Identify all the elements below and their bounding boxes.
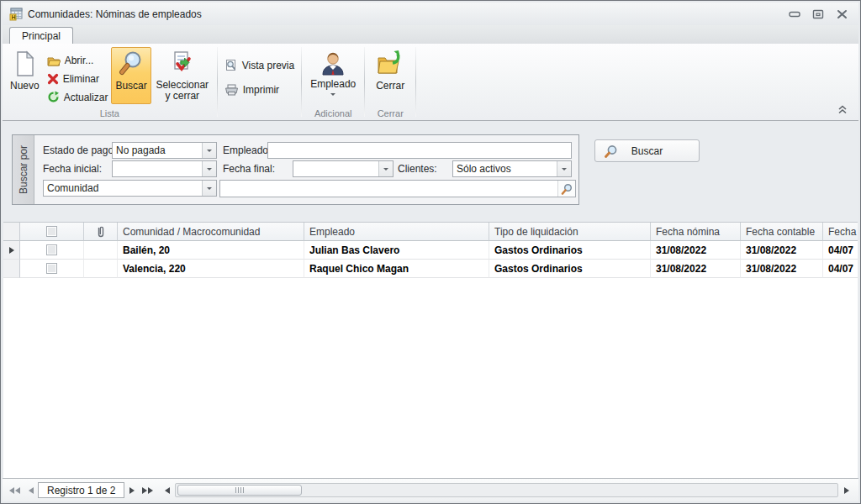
close-folder-icon [376,50,404,78]
comunidad-search-button[interactable] [557,181,575,197]
data-grid: Comunidad / Macrocomunidad Empleado Tipo… [3,222,858,478]
select-all-checkbox[interactable] [46,226,57,237]
cell-comunidad[interactable]: Bailén, 20 [118,241,304,260]
column-header-tipo[interactable]: Tipo de liquidación [489,223,651,241]
close-button[interactable] [830,7,853,22]
refresh-icon [47,91,60,103]
horizontal-scrollbar-thumb[interactable] [177,485,302,496]
cell-tipo[interactable]: Gastos Ordinarios [489,260,651,278]
cell-fecha-contable[interactable]: 31/08/2022 [741,260,823,278]
clientes-dropdown-icon[interactable] [557,161,571,176]
first-record-button[interactable] [6,483,20,498]
column-header-empleado[interactable]: Empleado [304,223,489,241]
last-record-button[interactable] [142,483,156,498]
cell-fecha-nomina[interactable]: 31/08/2022 [651,260,741,278]
buscar-button[interactable]: Buscar [594,139,700,162]
column-header-fecha-extra[interactable]: Fecha [823,223,858,241]
abrir-button[interactable]: Abrir... [44,52,112,68]
ribbon-tab-strip: Principal [3,25,858,44]
empleado-button[interactable]: Empleado [305,47,361,104]
table-row[interactable]: Valencia, 220 Raquel Chico Magan Gastos … [3,260,858,278]
fecha-final-combo[interactable] [293,160,394,177]
scroll-right-button[interactable] [841,483,855,498]
imprimir-button[interactable]: Imprimir [221,81,298,97]
clientes-combo[interactable]: Sólo activos [452,160,572,177]
previous-record-button[interactable] [22,483,36,498]
ribbon-group-adicional: Empleado Adicional [302,44,364,120]
record-counter: Registro 1 de 2 [38,482,124,498]
row-select-cell[interactable] [20,241,84,260]
record-navigator: Registro 1 de 2 [3,478,858,501]
buscar-ribbon-label: Buscar [115,81,146,92]
row-indicator [3,260,20,278]
cell-tipo[interactable]: Gastos Ordinarios [489,241,651,260]
next-record-button[interactable] [126,483,140,498]
collapse-ribbon-button[interactable] [837,105,848,117]
restore-button[interactable] [806,7,830,22]
cell-empleado[interactable]: Julian Bas Clavero [304,241,489,260]
fecha-final-dropdown-icon[interactable] [378,161,393,176]
column-header-fecha-nomina[interactable]: Fecha nómina [651,223,741,241]
nuevo-button[interactable]: Nuevo [6,47,44,104]
cell-fecha-nomina[interactable]: 31/08/2022 [651,241,741,260]
cell-fecha-extra[interactable]: 04/07 [823,260,858,278]
row-checkbox[interactable] [46,263,57,274]
vista-previa-label: Vista previa [242,60,294,71]
comunidad-dropdown-icon[interactable] [202,181,216,196]
comunidad-combo[interactable]: Comunidad [43,180,217,197]
title-bar: H Comunidades: Nóminas de empleados [3,3,858,25]
estado-pago-label: Estado de pago: [43,142,116,159]
fecha-inicial-combo[interactable] [112,160,217,177]
abrir-label: Abrir... [65,55,94,66]
row-checkbox[interactable] [46,244,57,255]
paperclip-icon [96,225,105,239]
buscar-ribbon-button[interactable]: Buscar [111,47,151,104]
filter-panel-label: Buscar por [18,145,29,194]
seleccionar-cerrar-button[interactable]: Seleccionar y cerrar [151,47,214,104]
column-header-comunidad[interactable]: Comunidad / Macrocomunidad [118,223,304,241]
filter-panel: Buscar por Estado de pago: No pagada Emp… [12,134,579,205]
clientes-label: Clientes: [398,160,437,177]
scroll-left-button[interactable] [158,483,172,498]
filter-panel-side-tab[interactable]: Buscar por [13,135,34,204]
cerrar-button[interactable]: Cerrar [368,47,412,104]
eliminar-label: Eliminar [63,73,99,85]
estado-pago-combo[interactable]: No pagada [112,142,217,159]
delete-icon [47,73,59,85]
cell-empleado[interactable]: Raquel Chico Magan [304,260,489,278]
fecha-inicial-dropdown-icon[interactable] [202,161,216,176]
open-folder-icon [47,55,61,66]
actualizar-button[interactable]: Actualizar [44,89,112,105]
seleccionar-cerrar-label: Seleccionar y cerrar [156,80,209,102]
empleado-filter-input[interactable] [267,142,572,159]
content-area: Buscar por Estado de pago: No pagada Emp… [3,121,858,478]
row-select-cell[interactable] [20,260,84,278]
current-row-arrow-icon [9,247,18,254]
cell-fecha-extra[interactable]: 04/07 [823,241,858,260]
eliminar-button[interactable]: Eliminar [44,71,112,87]
employee-icon [320,50,346,76]
attachment-column-header[interactable] [84,223,118,241]
ribbon-group-lista: Nuevo Abrir... Eliminar [3,44,217,120]
horizontal-scrollbar[interactable] [175,483,838,497]
row-indicator-header [3,223,20,241]
estado-pago-dropdown-icon[interactable] [202,143,216,158]
ribbon: Nuevo Abrir... Eliminar [3,44,858,121]
record-counter-text: Registro 1 de 2 [47,485,115,496]
tab-principal[interactable]: Principal [9,27,73,44]
minimize-button[interactable] [783,7,806,22]
row-attachment-cell [84,260,118,278]
comunidad-search-field [219,180,576,197]
table-row[interactable]: Bailén, 20 Julian Bas Clavero Gastos Ord… [3,241,858,260]
comunidad-search-input[interactable] [220,181,557,197]
column-header-fecha-contable[interactable]: Fecha contable [741,223,823,241]
search-icon [604,144,618,159]
cell-comunidad[interactable]: Valencia, 220 [118,260,304,278]
select-all-header[interactable] [20,223,84,241]
vista-previa-button[interactable]: Vista previa [221,57,298,73]
printer-icon [224,84,239,96]
app-window: H Comunidades: Nóminas de empleados Prin… [0,0,861,504]
fecha-final-value [293,161,378,176]
fecha-inicial-label: Fecha inicial: [43,160,102,177]
cell-fecha-contable[interactable]: 31/08/2022 [741,241,823,260]
